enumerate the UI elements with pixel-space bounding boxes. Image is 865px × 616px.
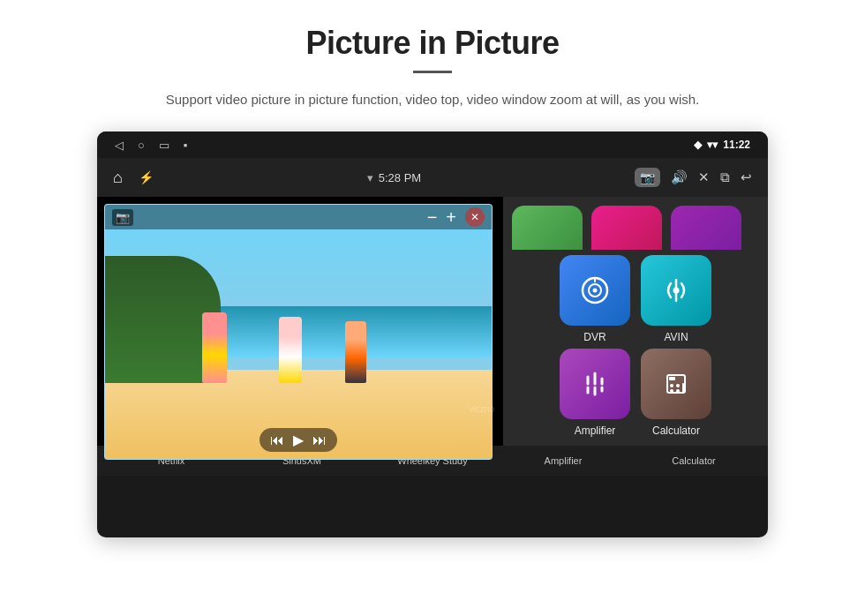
calculator-label: Calculator: [652, 424, 700, 437]
volume-appbar-icon[interactable]: 🔊: [671, 169, 688, 185]
status-bar-left: ◁ ○ ▭ ▪: [115, 139, 187, 152]
next-button[interactable]: ⏭: [312, 432, 327, 448]
pip-window[interactable]: 📷 − + ✕ ⏮ ▶ ⏭: [104, 204, 493, 460]
watermark: viczno: [470, 404, 494, 414]
page-title: Picture in Picture: [305, 25, 559, 62]
main-content: 📷 − + ✕ ⏮ ▶ ⏭ viczno: [97, 197, 768, 446]
app-bar-right: 📷 🔊 ✕ ⧉ ↩: [635, 168, 752, 187]
apps-row-2: Amplifier: [503, 349, 768, 437]
person-1: [202, 312, 227, 383]
app-bar-left: ⌂ ⚡: [113, 169, 154, 187]
svg-point-15: [670, 389, 673, 393]
pip-appbar-icon[interactable]: ⧉: [720, 169, 730, 185]
svg-point-2: [593, 289, 598, 293]
home-nav-icon[interactable]: ○: [138, 139, 145, 152]
calculator-app[interactable]: Calculator: [641, 349, 711, 437]
svg-point-4: [673, 288, 680, 294]
dvr-label: DVR: [583, 331, 606, 343]
wifi-icon: ▾▾: [707, 139, 718, 151]
pip-close-button[interactable]: ✕: [465, 207, 485, 227]
pip-controls-right: − + ✕: [427, 207, 485, 228]
svg-point-16: [676, 389, 680, 393]
device-frame: ◁ ○ ▭ ▪ ◆ ▾▾ 11:22 ⌂ ⚡ ▾ 5:28 PM 📷: [97, 131, 768, 537]
svg-point-14: [676, 384, 680, 387]
page-container: Picture in Picture Support video picture…: [0, 0, 865, 616]
app-bar-center: ▾ 5:28 PM: [367, 171, 421, 184]
notification-icon: ▪: [184, 139, 188, 152]
recents-nav-icon[interactable]: ▭: [159, 139, 169, 152]
status-bar-right: ◆ ▾▾ 11:22: [694, 139, 750, 151]
video-section: 📷 − + ✕ ⏮ ▶ ⏭ viczno: [97, 197, 503, 446]
amplifier-bottom-label: Amplifier: [523, 455, 603, 466]
svg-rect-12: [669, 377, 675, 380]
pip-plus-button[interactable]: +: [446, 207, 456, 228]
apps-top-row: [503, 206, 768, 250]
wheelkey-icon-partial: [671, 206, 741, 250]
status-bar: ◁ ○ ▭ ▪ ◆ ▾▾ 11:22: [97, 131, 768, 158]
svg-point-13: [670, 384, 673, 387]
close-appbar-icon[interactable]: ✕: [698, 169, 710, 185]
prev-button[interactable]: ⏮: [270, 432, 284, 448]
status-time: 11:22: [723, 139, 750, 151]
video-controls: ⏮ ▶ ⏭: [260, 428, 337, 452]
back-appbar-icon[interactable]: ↩: [741, 169, 752, 185]
dvr-icon: [560, 255, 630, 326]
avin-icon: [641, 255, 711, 326]
calculator-bottom-label: Calculator: [654, 455, 733, 466]
app-bar: ⌂ ⚡ ▾ 5:28 PM 📷 🔊 ✕ ⧉ ↩: [97, 158, 768, 197]
amplifier-label: Amplifier: [575, 424, 616, 437]
usb-icon: ⚡: [139, 170, 154, 184]
pip-minus-button[interactable]: −: [427, 207, 438, 228]
person-3: [345, 321, 366, 383]
home-icon[interactable]: ⌂: [113, 169, 123, 187]
siriusxm-icon-partial: [591, 206, 662, 250]
calculator-icon: [641, 349, 711, 419]
amplifier-app[interactable]: Amplifier: [560, 349, 630, 437]
beach-scene: [105, 205, 492, 459]
location-icon: ◆: [694, 139, 702, 151]
person-2: [279, 317, 302, 383]
avin-app[interactable]: AVIN: [641, 255, 711, 343]
amplifier-icon: [560, 349, 630, 419]
title-divider: [413, 71, 452, 73]
page-subtitle: Support video picture in picture functio…: [166, 89, 699, 110]
play-button[interactable]: ▶: [293, 432, 304, 448]
apps-section: DVR AVIN: [503, 197, 768, 446]
appbar-time: 5:28 PM: [379, 171, 421, 184]
camera-appbar-icon[interactable]: 📷: [635, 168, 660, 187]
netflix-icon-partial: [512, 206, 583, 250]
wifi-appbar-icon: ▾: [367, 171, 373, 184]
pip-camera-icon: 📷: [112, 209, 133, 226]
avin-label: AVIN: [664, 331, 688, 343]
pip-top-bar: 📷 − + ✕: [105, 205, 492, 229]
dvr-app[interactable]: DVR: [560, 255, 630, 343]
back-nav-icon[interactable]: ◁: [115, 139, 124, 152]
apps-row-1: DVR AVIN: [503, 255, 768, 343]
